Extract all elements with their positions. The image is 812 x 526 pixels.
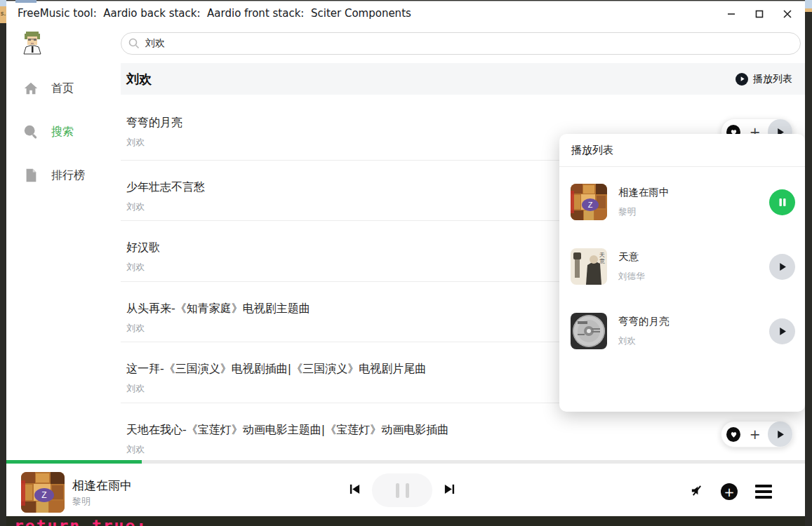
minimize-button[interactable]	[725, 8, 738, 20]
playlist-toggle-label: 播放列表	[753, 73, 792, 86]
favorite-button[interactable]	[726, 427, 740, 442]
sidebar-item-label: 排行榜	[51, 168, 85, 183]
freemusic-window: FreeMusic tool: Aardio back stack: Aardi…	[6, 1, 805, 516]
window-title: FreeMusic tool: Aardio back stack: Aardi…	[18, 7, 411, 20]
results-header: 刘欢 播放列表	[121, 63, 805, 95]
background-window-tab	[805, 8, 812, 12]
play-icon	[776, 430, 785, 439]
screen: s. return true; FreeMusic tool: Aardio b…	[0, 0, 812, 526]
pause-icon	[778, 198, 787, 207]
playlist-panel-header: 播放列表	[559, 134, 805, 167]
player-right-controls: +	[690, 483, 772, 500]
results-title: 刘欢	[126, 71, 152, 88]
code-text: return true;	[14, 517, 147, 526]
play-icon	[778, 262, 787, 271]
avatar[interactable]	[22, 31, 43, 58]
menu-icon	[755, 496, 772, 499]
add-button[interactable]: +	[721, 483, 738, 500]
previous-track-button[interactable]	[349, 483, 361, 498]
ranking-list-icon	[23, 168, 39, 183]
pause-button[interactable]	[372, 473, 432, 507]
titlebar[interactable]: FreeMusic tool: Aardio back stack: Aardi…	[6, 1, 805, 27]
menu-icon	[755, 485, 772, 487]
song-title: 弯弯的月亮	[126, 116, 801, 130]
progress-bar[interactable]	[6, 460, 805, 464]
pause-icon	[396, 483, 399, 498]
svg-text:天: 天	[599, 252, 605, 258]
player-controls	[349, 473, 455, 507]
search-query-text: 刘欢	[145, 37, 165, 50]
playlist-item-artist: 刘欢	[618, 335, 769, 347]
background-window-tab: s.	[0, 6, 6, 23]
background-code-editor: return true;	[0, 516, 812, 526]
play-icon	[778, 327, 787, 336]
menu-icon	[755, 490, 772, 493]
now-playing-artist: 黎明	[72, 495, 91, 508]
song-row[interactable]: 天地在我心-《宝莲灯》动画电影主题曲|《宝莲灯》动画电影插曲 刘欢	[121, 403, 801, 464]
playlist-panel: 播放列表 Z	[559, 134, 805, 412]
playlist-toggle-button[interactable]: 播放列表	[736, 73, 792, 86]
search-input[interactable]: 刘欢	[121, 32, 801, 55]
pause-track-button[interactable]	[769, 189, 795, 215]
song-title: 天地在我心-《宝莲灯》动画电影主题曲|《宝莲灯》动画电影插曲	[126, 423, 801, 438]
sidebar-item-label: 首页	[51, 81, 74, 96]
sidebar-item-home[interactable]: 首页	[6, 74, 115, 102]
search-icon	[128, 38, 140, 49]
album-art: 天 意	[571, 248, 607, 285]
playlist-item-title: 相逢在雨中	[618, 186, 769, 199]
next-icon	[444, 483, 455, 495]
background-editor-right-edge	[805, 0, 812, 526]
svg-text:Z: Z	[41, 490, 46, 500]
album-art	[571, 313, 607, 349]
svg-text:意: 意	[599, 258, 605, 264]
background-window-corner	[0, 0, 6, 6]
maximize-button[interactable]	[753, 8, 766, 20]
background-window-fragment	[15, 0, 36, 3]
playlist-item[interactable]: 弯弯的月亮 刘欢	[571, 304, 795, 358]
previous-icon	[349, 483, 361, 495]
add-to-playlist-button[interactable]: +	[748, 426, 761, 442]
playlist-item-artist: 黎明	[618, 206, 769, 218]
play-song-button[interactable]	[768, 422, 792, 447]
background-window-corner	[805, 0, 812, 8]
close-button[interactable]	[781, 8, 794, 20]
play-circle-icon	[736, 73, 748, 86]
pause-icon	[406, 483, 409, 498]
sidebar: 首页 搜索 排行榜	[6, 27, 115, 467]
home-icon	[23, 81, 39, 96]
background-editor-left-edge	[0, 0, 6, 526]
svg-text:Z: Z	[588, 201, 593, 209]
sidebar-item-search[interactable]: 搜索	[6, 118, 115, 146]
playlist-panel-title: 播放列表	[571, 144, 613, 157]
sidebar-item-label: 搜索	[51, 125, 74, 140]
mute-button[interactable]	[690, 484, 703, 500]
playlist-item-title: 弯弯的月亮	[618, 315, 769, 328]
song-actions-pill: +	[721, 421, 793, 447]
search-icon	[23, 124, 39, 140]
play-track-button[interactable]	[769, 254, 795, 280]
playlist-item[interactable]: Z 相逢在雨中 黎明	[571, 175, 795, 229]
playlist-item[interactable]: 天 意 天意 刘德华	[571, 239, 795, 294]
song-artist: 刘欢	[126, 443, 801, 456]
play-track-button[interactable]	[769, 318, 795, 344]
player-bar: Z 相逢在雨中 黎明	[6, 464, 805, 516]
album-art: Z	[571, 184, 607, 220]
playlist-item-artist: 刘德华	[618, 271, 769, 283]
now-playing-album-art: Z	[21, 472, 65, 513]
now-playing-title: 相逢在雨中	[72, 478, 132, 494]
queue-menu-button[interactable]	[755, 485, 772, 499]
avatar-pixel-art	[22, 31, 43, 55]
progress-fill	[6, 460, 142, 464]
muted-speaker-icon	[690, 484, 703, 497]
next-track-button[interactable]	[444, 483, 455, 498]
sidebar-item-ranking[interactable]: 排行榜	[6, 161, 115, 189]
playlist-item-title: 天意	[618, 250, 769, 264]
